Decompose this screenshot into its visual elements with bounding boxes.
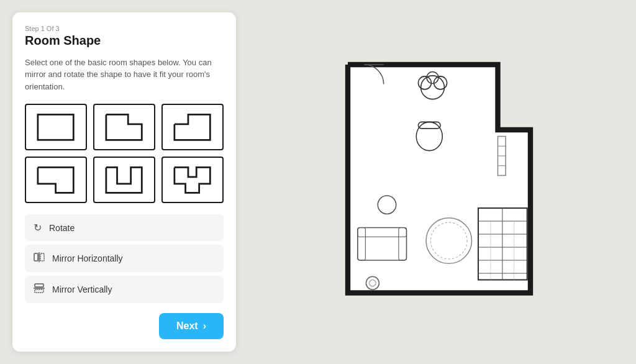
shape-l-tr[interactable] [93,104,155,150]
rotate-icon: ↻ [34,222,42,234]
floor-plan-area [255,12,624,352]
svg-rect-5 [35,289,43,293]
shape-l-tl-icon [171,112,213,143]
left-panel: Step 1 Of 3 Room Shape Select one of the… [12,12,236,352]
mirror-v-icon [34,283,45,296]
shape-l-tl[interactable] [161,104,224,150]
shape-u[interactable] [93,157,155,203]
rotate-button[interactable]: ↻ Rotate [25,214,224,241]
shape-rectangle-icon [35,112,76,143]
svg-rect-4 [35,284,43,287]
mirror-h-label: Mirror Horizontally [52,253,123,263]
action-buttons: ↻ Rotate Mirror Horizontally Mir [25,214,224,303]
mirror-v-button[interactable]: Mirror Vertically [25,276,224,303]
shape-t[interactable] [161,157,224,203]
svg-rect-1 [34,253,38,261]
shape-notch-bl[interactable] [25,157,87,203]
panel-description: Select one of the basic room shapes belo… [25,57,224,93]
shape-t-icon [171,165,213,196]
shape-notch-bl-icon [35,165,76,196]
floor-plan [327,52,551,312]
svg-rect-2 [40,253,44,261]
rotate-label: Rotate [49,223,75,233]
shape-u-icon [103,165,145,196]
shapes-grid [25,104,224,203]
svg-rect-0 [38,114,73,140]
shape-l-tr-icon [103,112,145,143]
mirror-h-button[interactable]: Mirror Horizontally [25,245,224,272]
mirror-h-icon [34,252,45,265]
next-arrow-icon: › [203,321,206,332]
step-label: Step 1 Of 3 [25,25,224,32]
shape-rectangle[interactable] [25,104,87,150]
next-button[interactable]: Next › [159,313,224,339]
panel-title: Room Shape [25,34,224,48]
next-label: Next [176,321,198,332]
mirror-v-label: Mirror Vertically [52,284,112,294]
